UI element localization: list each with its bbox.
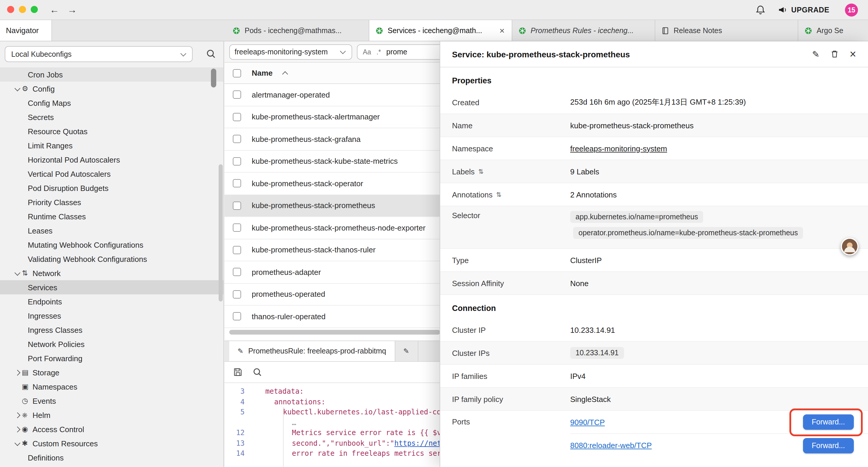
folded-code-placeholder[interactable]: … (292, 418, 296, 428)
row-checkbox[interactable] (233, 202, 241, 210)
sort-ascending-icon[interactable] (282, 71, 288, 77)
editor-tab-prometheusrule[interactable]: ✎ PrometheusRule: freeleaps-prod-rabbitm… (229, 341, 395, 361)
namespace-link[interactable]: freeleaps-monitoring-system (570, 144, 667, 153)
tab-pods[interactable]: Pods - icecheng@mathmas... (226, 20, 369, 41)
sidebar-item-storage[interactable]: ▤Storage (0, 365, 223, 380)
sidebar-item-network[interactable]: ⇅Network (0, 266, 223, 280)
sidebar-item-endpoints[interactable]: Endpoints (0, 294, 223, 309)
row-checkbox[interactable] (233, 179, 241, 188)
table-row[interactable]: alertmanager-operated (224, 84, 467, 106)
back-button[interactable]: ← (47, 4, 61, 17)
trash-icon[interactable] (830, 50, 839, 59)
indent-guide (283, 407, 284, 467)
sidebar-item-leases[interactable]: Leases (0, 224, 223, 238)
save-icon[interactable] (233, 367, 243, 377)
sidebar-item-cron-jobs[interactable]: Cron Jobs (0, 67, 223, 82)
sidebar-item-events[interactable]: ◷Events (0, 394, 223, 408)
row-checkbox[interactable] (233, 268, 241, 276)
table-row[interactable]: kube-prometheus-stack-kube-state-metrics (224, 150, 467, 173)
chevron-right-icon[interactable] (13, 411, 22, 419)
sidebar-scrollbar-thumb[interactable] (219, 164, 223, 301)
table-row[interactable]: kube-prometheus-stack-grafana (224, 128, 467, 150)
close-icon[interactable]: × (850, 49, 856, 60)
sidebar-item-custom-resources[interactable]: ✱Custom Resources (0, 436, 223, 450)
sidebar-item-mutating-webhook-configurations[interactable]: Mutating Webhook Configurations (0, 238, 223, 252)
table-row[interactable]: kube-prometheus-stack-thanos-ruler (224, 239, 467, 261)
table-row[interactable]: prometheus-adapter (224, 261, 467, 284)
chevron-right-icon[interactable] (13, 425, 22, 434)
zoom-window-button[interactable] (31, 6, 38, 13)
row-checkbox[interactable] (233, 113, 241, 121)
sidebar-item-namespaces[interactable]: ▣Namespaces (0, 380, 223, 394)
name-column-header[interactable]: Name (252, 68, 273, 78)
editor-tab-partial[interactable]: ✎ (395, 341, 418, 361)
row-checkbox[interactable] (233, 224, 241, 232)
sidebar-item-port-forwarding[interactable]: Port Forwarding (0, 351, 223, 365)
sidebar-item-secrets[interactable]: Secrets (0, 110, 223, 124)
sidebar-item-limit-ranges[interactable]: Limit Ranges (0, 138, 223, 152)
table-row[interactable]: prometheus-operated (224, 284, 467, 305)
notification-count-badge[interactable]: 15 (845, 4, 858, 17)
table-row[interactable]: kube-prometheus-stack-alertmanager (224, 106, 467, 128)
table-row[interactable]: kube-prometheus-stack-operator (224, 173, 467, 195)
row-checkbox[interactable] (233, 290, 241, 298)
port-link[interactable]: 9090/TCP (570, 418, 605, 427)
sidebar-item-vertical-pod-autoscalers[interactable]: Vertical Pod Autoscalers (0, 167, 223, 181)
tab-navigator[interactable]: Navigator (0, 20, 52, 41)
expander-icon[interactable]: ⇅ (496, 191, 501, 198)
upgrade-button[interactable]: UPGRADE (778, 5, 829, 15)
chevron-down-icon[interactable] (13, 439, 22, 448)
tab-services[interactable]: Services - icecheng@math... × (369, 20, 512, 41)
forward-port-button[interactable]: Forward... (803, 438, 854, 453)
sidebar-item-definitions[interactable]: Definitions (0, 450, 223, 465)
forward-port-button[interactable]: Forward... (803, 414, 854, 430)
namespace-filter-select[interactable]: freeleaps-monitoring-system (229, 44, 352, 59)
sidebar-item-ingress-classes[interactable]: Ingress Classes (0, 323, 223, 337)
close-tab-icon[interactable]: × (498, 25, 506, 35)
kubeconfig-selector[interactable]: Local Kubeconfigs (5, 46, 193, 62)
minimize-window-button[interactable] (19, 6, 26, 13)
row-checkbox[interactable] (233, 135, 241, 143)
row-checkbox[interactable] (233, 157, 241, 166)
search-icon[interactable] (252, 367, 262, 377)
chevron-right-icon[interactable] (13, 368, 22, 377)
tree-scrollbar-thumb[interactable] (211, 68, 216, 87)
table-row[interactable]: thanos-ruler-operated (224, 305, 467, 328)
chevron-down-icon[interactable] (13, 84, 22, 93)
sidebar-item-helm[interactable]: ⎈Helm (0, 408, 223, 422)
tab-release-notes[interactable]: Release Notes (655, 20, 798, 41)
floating-avatar[interactable] (841, 238, 859, 255)
sidebar-item-network-policies[interactable]: Network Policies (0, 337, 223, 351)
sidebar-item-resource-quotas[interactable]: Resource Quotas (0, 124, 223, 138)
sidebar-item-horizontal-pod-autoscalers[interactable]: Horizontal Pod Autoscalers (0, 152, 223, 167)
table-row-selected[interactable]: kube-prometheus-stack-prometheus (224, 195, 467, 217)
sidebar-item-access-control[interactable]: ◉Access Control (0, 422, 223, 436)
chevron-down-icon[interactable] (13, 269, 22, 278)
tab-prometheus-rules[interactable]: Prometheus Rules - icecheng... (512, 20, 655, 41)
close-window-button[interactable] (7, 6, 14, 13)
sidebar-item-services[interactable]: Services (0, 280, 223, 294)
forward-button[interactable]: → (65, 4, 79, 17)
sidebar-item-pod-disruption-budgets[interactable]: Pod Disruption Budgets (0, 181, 223, 195)
row-checkbox[interactable] (233, 91, 241, 99)
row-checkbox[interactable] (233, 313, 241, 321)
expander-icon[interactable]: ⇅ (478, 168, 484, 175)
sidebar-item-ingresses[interactable]: Ingresses (0, 309, 223, 323)
sidebar-search-button[interactable] (206, 49, 216, 59)
tab-argo[interactable]: Argo Se (798, 20, 868, 41)
horizontal-scrollbar-thumb[interactable] (229, 330, 440, 334)
notifications-bell-button[interactable] (755, 5, 766, 16)
sidebar-item-validating-webhook-configurations[interactable]: Validating Webhook Configurations (0, 252, 223, 266)
row-checkbox[interactable] (233, 246, 241, 254)
select-all-checkbox[interactable] (233, 69, 241, 77)
edit-icon[interactable]: ✎ (812, 49, 819, 59)
sidebar-item-priority-classes[interactable]: Priority Classes (0, 195, 223, 209)
port-link[interactable]: 8080:reloader-web/TCP (570, 441, 652, 450)
sidebar-item-config[interactable]: ⚙Config (0, 82, 223, 96)
sidebar-item-config-maps[interactable]: Config Maps (0, 96, 223, 110)
table-row[interactable]: kube-prometheus-stack-prometheus-node-ex… (224, 217, 467, 239)
sidebar-item-runtime-classes[interactable]: Runtime Classes (0, 209, 223, 224)
match-case-toggle[interactable]: Aa (363, 48, 371, 55)
yaml-editor[interactable]: 3metadata: 4annotations: 5kubectl.kubern… (224, 383, 467, 467)
regex-toggle[interactable]: .* (376, 48, 381, 55)
